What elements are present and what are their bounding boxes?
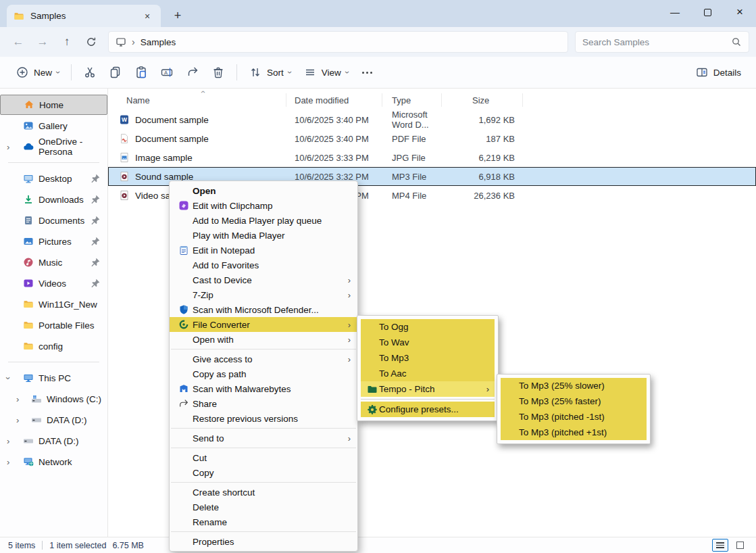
menu-item-add-to-favorites[interactable]: Add to Favorites [170, 258, 357, 272]
expand-chevron-icon[interactable]: › [7, 436, 9, 446]
details-view-button[interactable] [712, 539, 728, 552]
copy-button[interactable] [103, 61, 128, 84]
more-options-button[interactable] [355, 61, 380, 84]
sidebar-item-windows-c[interactable]: › Windows (C:) [0, 389, 107, 409]
details-pane-button[interactable]: Details [690, 62, 747, 83]
menu-item-scan-with-malwarebytes[interactable]: Scan with Malwarebytes [170, 381, 357, 396]
sort-button[interactable]: Sort › [243, 62, 297, 83]
pin-icon [90, 257, 101, 268]
expand-chevron-icon[interactable]: › [16, 394, 19, 404]
column-header-size[interactable]: Size [442, 93, 523, 107]
sidebar-item-documents[interactable]: Documents [0, 210, 107, 231]
menu-item-7zip[interactable]: 7-Zip› [170, 287, 357, 302]
sidebar-item-desktop[interactable]: Desktop [0, 168, 107, 189]
menu-item-play-with-media-player[interactable]: Play with Media Player [170, 228, 357, 243]
menu-item-edit-with-clipchamp[interactable]: Edit with Clipchamp [170, 198, 357, 213]
menu-item-share[interactable]: Share [170, 396, 357, 411]
menu-item-cut[interactable]: Cut [170, 450, 357, 465]
expand-chevron-icon[interactable]: › [7, 457, 9, 467]
new-button[interactable]: New › [9, 62, 66, 83]
sort-ascending-icon: › [198, 91, 207, 93]
submenu-item-configure-presets[interactable]: Configure presets... [361, 402, 495, 417]
submenu-item-to-ogg[interactable]: To Ogg [361, 319, 495, 335]
back-button[interactable]: ← [7, 31, 30, 53]
sidebar-item-home[interactable]: Home [0, 95, 107, 115]
submenu-item-mp3-25-slower[interactable]: To Mp3 (25% slower) [501, 378, 647, 393]
forward-button[interactable]: → [31, 31, 54, 53]
sidebar-item-this-pc[interactable]: › This PC [0, 368, 107, 388]
more-icon [362, 72, 372, 74]
search-icon[interactable] [731, 37, 742, 47]
submenu-item-mp3-pitched-plus-1st[interactable]: To Mp3 (pitched +1st) [501, 425, 647, 440]
submenu-item-to-mp3[interactable]: To Mp3 [361, 350, 495, 366]
sidebar-item-data-d-child[interactable]: › DATA (D:) [0, 410, 107, 430]
menu-item-restore-previous-versions[interactable]: Restore previous versions [170, 411, 357, 426]
maximize-button[interactable] [691, 0, 724, 24]
view-button[interactable]: View › [297, 62, 355, 83]
address-bar[interactable]: › Samples [108, 31, 568, 53]
submenu-item-tempo-pitch[interactable]: Tempo - Pitch › [361, 381, 495, 397]
sidebar-item-downloads[interactable]: Downloads [0, 189, 107, 210]
menu-item-add-to-media-player-queue[interactable]: Add to Media Player play queue [170, 213, 357, 228]
menu-item-file-converter[interactable]: File Converter › [170, 317, 357, 332]
refresh-button[interactable] [80, 31, 103, 53]
submenu-item-mp3-pitched-minus-1st[interactable]: To Mp3 (pitched -1st) [501, 409, 647, 425]
menu-item-send-to[interactable]: Send to› [170, 431, 357, 446]
sidebar-item-data-d[interactable]: › DATA (D:) [0, 431, 107, 451]
search-input[interactable] [582, 37, 731, 47]
close-button[interactable]: × [724, 0, 756, 24]
breadcrumb[interactable]: Samples [141, 37, 176, 47]
delete-button[interactable] [205, 61, 231, 84]
sidebar-item-portable-files[interactable]: Portable Files [0, 315, 107, 335]
new-button-label: New [34, 68, 52, 78]
sidebar-item-gallery[interactable]: Gallery [0, 116, 107, 136]
collapse-chevron-icon[interactable]: › [3, 377, 14, 379]
menu-separator [171, 448, 356, 448]
menu-separator [171, 531, 356, 532]
submenu-item-mp3-25-faster[interactable]: To Mp3 (25% faster) [501, 393, 647, 409]
menu-item-scan-with-defender[interactable]: Scan with Microsoft Defender... [170, 302, 357, 317]
sidebar-item-videos[interactable]: Videos [0, 273, 107, 293]
expand-chevron-icon[interactable]: › [16, 415, 19, 425]
cut-icon [83, 66, 97, 79]
sidebar-item-network[interactable]: › Network [0, 452, 107, 472]
tab-samples[interactable]: Samples × [7, 5, 161, 27]
menu-item-create-shortcut[interactable]: Create shortcut [170, 485, 357, 500]
submenu-item-to-wav[interactable]: To Wav [361, 335, 495, 350]
menu-item-rename[interactable]: Rename [170, 514, 357, 529]
menu-item-delete[interactable]: Delete [170, 500, 357, 514]
submenu-item-to-aac[interactable]: To Aac [361, 366, 495, 381]
menu-item-give-access-to[interactable]: Give access to› [170, 352, 357, 366]
sidebar-item-win11gr-new[interactable]: Win11Gr_New [0, 294, 107, 314]
column-header-type[interactable]: Type [382, 93, 442, 107]
column-header-date-modified[interactable]: Date modified [286, 93, 382, 107]
menu-item-copy-as-path[interactable]: Copy as path [170, 366, 357, 381]
file-row-document-pdf[interactable]: Document sample 10/6/2025 3:40 PM PDF Fi… [108, 129, 756, 148]
menu-item-cast-to-device[interactable]: Cast to Device› [170, 272, 357, 287]
minimize-button[interactable]: — [659, 0, 691, 24]
sidebar-item-music[interactable]: Music [0, 252, 107, 272]
tab-close-button[interactable]: × [141, 9, 154, 23]
file-row-document-word[interactable]: W Document sample 10/6/2025 3:40 PM Micr… [108, 110, 756, 129]
sidebar-item-onedrive[interactable]: › OneDrive - Persona [0, 137, 107, 157]
menu-item-open-with[interactable]: Open with› [170, 332, 357, 347]
expand-chevron-icon[interactable]: › [7, 142, 9, 152]
menu-item-properties[interactable]: Properties [170, 534, 357, 549]
sidebar-item-label: Music [39, 258, 62, 268]
icons-view-button[interactable] [732, 539, 748, 552]
file-row-image[interactable]: Image sample 10/6/2025 3:33 PM JPG File … [108, 148, 756, 167]
paste-button[interactable] [128, 61, 154, 84]
share-button[interactable] [180, 61, 205, 84]
menu-item-copy[interactable]: Copy [170, 465, 357, 480]
up-button[interactable]: ↑ [55, 31, 78, 53]
column-header-name[interactable]: Name [108, 93, 286, 107]
sidebar-item-pictures[interactable]: Pictures [0, 231, 107, 251]
menu-item-edit-in-notepad[interactable]: Edit in Notepad [170, 243, 357, 258]
rename-button[interactable]: A [154, 61, 180, 84]
menu-item-open[interactable]: Open [170, 183, 357, 198]
search-box[interactable] [575, 31, 749, 53]
cut-button[interactable] [77, 61, 103, 84]
sidebar-item-config[interactable]: config [0, 336, 107, 356]
new-tab-button[interactable]: + [168, 5, 188, 26]
gallery-icon [23, 120, 34, 131]
